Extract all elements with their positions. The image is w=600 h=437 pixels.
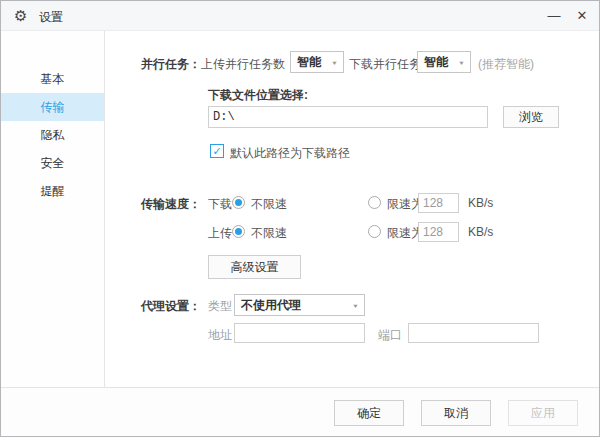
download-limited-radio[interactable] [368,196,381,209]
transfer-speed-label: 传输速度： [141,196,201,213]
sidebar-item-basic[interactable]: 基本 [1,65,104,93]
upload-row-label: 上传 [208,225,232,242]
sidebar: 基本 传输 隐私 安全 提醒 [1,31,105,387]
upload-parallel-count-label: 上传并行任务数 [201,56,285,73]
default-path-checkbox-label: 默认此路径为下载路径 [230,145,350,162]
parallel-recommend-hint: (推荐智能) [478,56,534,73]
close-button[interactable]: ✕ [565,1,599,30]
advanced-settings-button[interactable]: 高级设置 [208,255,301,279]
proxy-settings-label: 代理设置： [141,298,201,315]
download-path-input[interactable] [208,106,488,128]
proxy-type-label: 类型 [208,298,232,315]
download-parallel-count-value: 智能 [424,54,448,71]
sidebar-item-security[interactable]: 安全 [1,149,104,177]
check-icon: ✓ [212,145,221,157]
proxy-port-label: 端口 [378,327,402,344]
chevron-down-icon: ▼ [352,302,359,308]
ok-button[interactable]: 确定 [334,400,404,426]
download-limit-unit: KB/s [468,196,493,210]
proxy-type-value: 不使用代理 [241,297,301,314]
download-row-label: 下载 [208,196,232,213]
sidebar-item-transfer[interactable]: 传输 [1,93,104,121]
download-limit-input[interactable] [418,193,459,213]
download-unlimited-label: 不限速 [251,196,287,213]
download-parallel-count-select[interactable]: 智能 ▼ [417,51,471,73]
upload-limited-radio[interactable] [368,225,381,238]
proxy-port-input[interactable] [408,323,539,343]
default-path-checkbox[interactable]: ✓ [210,144,224,158]
upload-parallel-count-value: 智能 [297,54,321,71]
title-bar: ⚙ 设置 — ✕ [1,1,599,31]
chevron-down-icon: ▼ [458,59,465,65]
parallel-tasks-label: 并行任务： [141,56,201,73]
proxy-address-label: 地址 [208,327,232,344]
window-title: 设置 [39,9,63,26]
upload-unlimited-label: 不限速 [251,225,287,242]
cancel-button[interactable]: 取消 [421,400,491,426]
download-unlimited-radio[interactable] [232,196,245,209]
gear-icon: ⚙ [14,7,27,25]
upload-parallel-count-select[interactable]: 智能 ▼ [290,51,344,73]
settings-window: ⚙ 设置 — ✕ 基本 传输 隐私 安全 提醒 并行任务： 上传并行任务数 智能… [0,0,600,437]
upload-limit-unit: KB/s [468,225,493,239]
upload-unlimited-radio[interactable] [232,225,245,238]
browse-button[interactable]: 浏览 [503,106,559,128]
upload-limit-input[interactable] [418,222,459,242]
proxy-type-select[interactable]: 不使用代理 ▼ [234,294,365,316]
apply-button: 应用 [508,400,578,426]
chevron-down-icon: ▼ [331,59,338,65]
sidebar-item-privacy[interactable]: 隐私 [1,121,104,149]
sidebar-item-reminder[interactable]: 提醒 [1,177,104,205]
download-location-label: 下载文件位置选择: [208,87,308,104]
proxy-address-input[interactable] [234,323,365,343]
